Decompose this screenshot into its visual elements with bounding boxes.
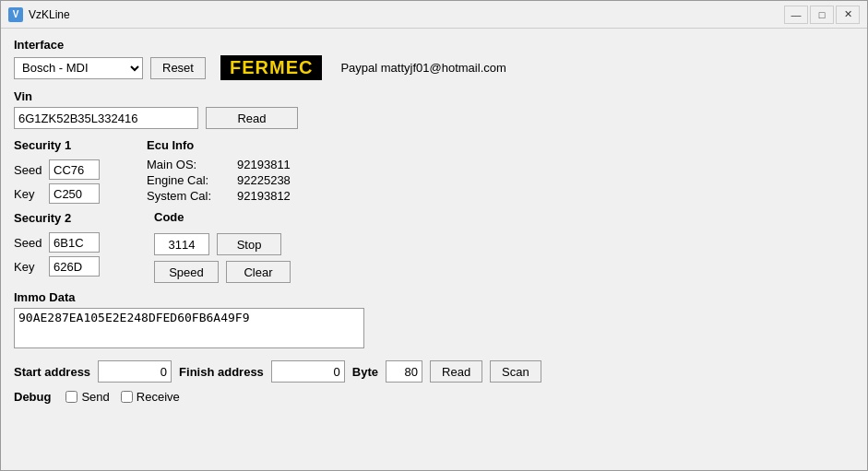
security2-seed-input[interactable]	[49, 232, 100, 253]
code-input-row: Stop	[154, 233, 313, 255]
reset-button[interactable]: Reset	[150, 57, 206, 79]
byte-label: Byte	[352, 365, 378, 379]
security2-seed-row: Seed	[14, 232, 125, 253]
immo-block: Immo Data	[14, 290, 854, 351]
paypal-text: Paypal mattyjf01@hotmail.com	[340, 61, 505, 75]
receive-label: Receive	[137, 390, 180, 404]
ecu-engine-cal-value: 92225238	[237, 173, 291, 187]
security1-seed-input[interactable]	[49, 159, 100, 180]
close-button[interactable]: ✕	[836, 6, 860, 24]
speed-button[interactable]: Speed	[154, 261, 219, 283]
left-section: Security 1 Seed Key Security 2 Seed	[14, 138, 125, 283]
security2-key-input[interactable]	[49, 256, 100, 277]
ecu-engine-cal-label: Engine Cal:	[147, 173, 230, 187]
fermec-logo: FERMEC	[220, 55, 322, 80]
titlebar: V VzKLine — □ ✕	[1, 1, 867, 29]
code-action-row: Speed Clear	[154, 261, 313, 283]
interface-select[interactable]: Bosch - MDI	[14, 57, 143, 79]
security2-key-row: Key	[14, 256, 125, 277]
code-label: Code	[154, 210, 313, 224]
security2-block: Security 2 Seed Key	[14, 211, 125, 277]
code-input[interactable]	[154, 233, 209, 255]
ecu-main-os-value: 92193811	[237, 158, 291, 171]
ecu-block: Ecu Info Main OS: 92193811 Engine Cal: 9…	[147, 138, 313, 203]
vin-read-button[interactable]: Read	[206, 107, 298, 129]
start-address-label: Start address	[14, 365, 90, 379]
security2-seed-label: Seed	[14, 236, 43, 250]
debug-block: Debug Send Receive	[14, 390, 854, 404]
vin-row: Read	[14, 107, 854, 129]
address-row: Start address Finish address Byte Read S…	[14, 360, 854, 383]
ecu-system-row: System Cal: 92193812	[147, 189, 313, 203]
middle-section: Security 1 Seed Key Security 2 Seed	[14, 138, 854, 283]
clear-button[interactable]: Clear	[226, 261, 291, 283]
titlebar-controls: — □ ✕	[784, 6, 860, 24]
right-section: Ecu Info Main OS: 92193811 Engine Cal: 9…	[147, 138, 313, 283]
minimize-button[interactable]: —	[784, 6, 808, 24]
immo-label: Immo Data	[14, 290, 854, 304]
app-icon: V	[8, 7, 23, 22]
address-read-button[interactable]: Read	[430, 360, 482, 383]
security2-label: Security 2	[14, 211, 125, 225]
finish-address-label: Finish address	[179, 365, 264, 379]
security1-key-label: Key	[14, 187, 43, 201]
content-area: Interface Bosch - MDI Reset FERMEC Paypa…	[1, 29, 867, 470]
ecu-main-os-label: Main OS:	[147, 158, 230, 171]
security1-key-input[interactable]	[49, 183, 100, 204]
vin-input[interactable]	[14, 107, 198, 129]
interface-row: Bosch - MDI Reset FERMEC Paypal mattyjf0…	[14, 55, 854, 80]
ecu-main-row: Main OS: 92193811	[147, 158, 313, 171]
debug-label: Debug	[14, 390, 51, 404]
ecu-label: Ecu Info	[147, 138, 313, 152]
ecu-system-cal-label: System Cal:	[147, 189, 230, 203]
security1-key-row: Key	[14, 183, 125, 204]
stop-button[interactable]: Stop	[217, 233, 281, 255]
byte-input[interactable]	[386, 360, 422, 383]
security1-label: Security 1	[14, 138, 125, 152]
receive-checkbox-row: Receive	[121, 390, 180, 404]
send-label: Send	[81, 390, 109, 404]
receive-checkbox[interactable]	[121, 391, 133, 403]
security1-block: Security 1 Seed Key	[14, 138, 125, 204]
main-window: V VzKLine — □ ✕ Interface Bosch - MDI Re…	[0, 0, 868, 471]
ecu-engine-row: Engine Cal: 92225238	[147, 173, 313, 187]
security1-seed-row: Seed	[14, 159, 125, 180]
vin-label: Vin	[14, 89, 854, 103]
security1-seed-label: Seed	[14, 163, 43, 177]
send-checkbox-row: Send	[65, 390, 109, 404]
finish-address-input[interactable]	[271, 360, 345, 383]
maximize-button[interactable]: □	[810, 6, 834, 24]
interface-label: Interface	[14, 38, 854, 52]
start-address-input[interactable]	[98, 360, 172, 383]
send-checkbox[interactable]	[65, 391, 77, 403]
scan-button[interactable]: Scan	[490, 360, 541, 383]
window-title: VzKLine	[29, 8, 784, 21]
security2-key-label: Key	[14, 260, 43, 274]
ecu-system-cal-value: 92193812	[237, 189, 291, 203]
code-block: Code Stop Speed Clear	[154, 210, 313, 283]
immo-textarea[interactable]	[14, 308, 364, 348]
